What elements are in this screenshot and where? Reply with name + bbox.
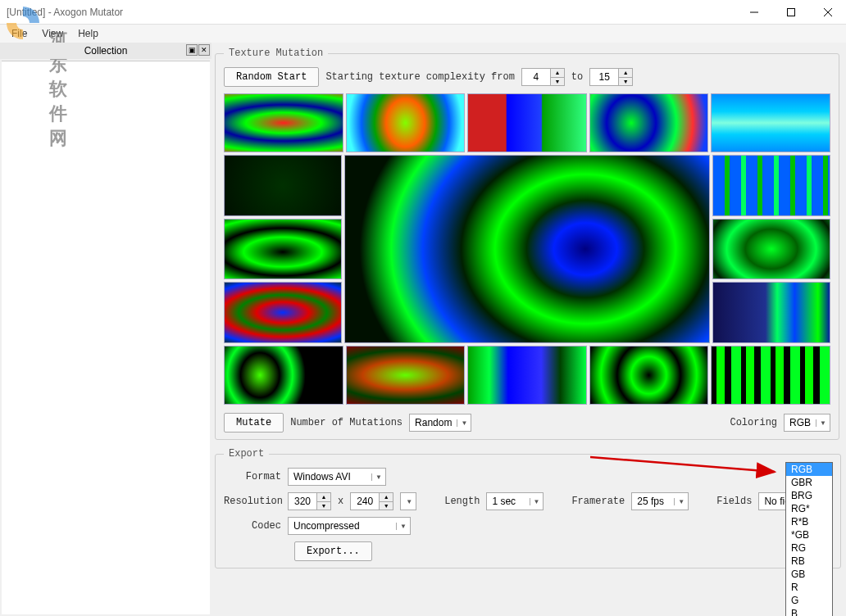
spin-up[interactable]: ▲ — [619, 69, 632, 78]
dock-button[interactable]: ▣ — [186, 44, 198, 56]
texture-thumb[interactable] — [589, 346, 709, 405]
texture-thumb[interactable] — [224, 282, 342, 343]
coloring-option[interactable]: RG — [786, 541, 832, 555]
coloring-option[interactable]: RB — [786, 555, 832, 568]
complexity-to-label: to — [571, 71, 583, 83]
num-mutations-select[interactable]: Random▼ — [409, 414, 471, 432]
texture-thumb[interactable] — [224, 219, 342, 280]
collection-title: Collection — [84, 45, 128, 57]
menubar: File View Help — [0, 25, 846, 43]
res-h-input[interactable] — [351, 493, 379, 510]
texture-thumb[interactable] — [346, 346, 466, 405]
texture-thumb[interactable] — [711, 346, 830, 405]
coloring-option[interactable]: BRG — [786, 489, 832, 502]
texture-thumb[interactable] — [712, 155, 830, 216]
format-select[interactable]: Windows AVI▼ — [288, 468, 386, 486]
window-title: [Untitled] - Axogon Mutator — [7, 7, 123, 18]
texture-thumb[interactable] — [467, 93, 587, 152]
texture-thumb[interactable] — [589, 93, 709, 152]
codec-value: Uncompressed — [293, 520, 360, 532]
coloring-option[interactable]: GBR — [786, 476, 832, 489]
menu-view[interactable]: View — [35, 26, 70, 41]
complexity-to-input[interactable] — [590, 69, 618, 85]
spin-down[interactable]: ▼ — [619, 78, 632, 86]
res-w-spinner[interactable]: ▲▼ — [288, 492, 331, 510]
coloring-option[interactable]: RG* — [786, 502, 832, 515]
coloring-select[interactable]: RGB▼ — [784, 414, 830, 432]
maximize-button[interactable] — [772, 0, 809, 24]
grid-left — [224, 155, 342, 343]
coloring-option[interactable]: *GB — [786, 528, 832, 541]
titlebar: [Untitled] - Axogon Mutator — [0, 0, 846, 25]
texture-grid — [224, 93, 830, 405]
coloring-option[interactable]: R — [786, 581, 832, 594]
res-h-spinner[interactable]: ▲▼ — [350, 492, 393, 510]
chevron-down-icon: ▼ — [816, 419, 826, 427]
framerate-label: Framerate — [571, 496, 625, 507]
spin-down[interactable]: ▼ — [551, 78, 564, 86]
chevron-down-icon: ▼ — [406, 498, 412, 505]
coloring-option[interactable]: GB — [786, 568, 832, 581]
random-start-button[interactable]: Random Start — [224, 67, 319, 87]
texture-thumb[interactable] — [224, 346, 343, 405]
main-panel: Texture Mutation Random Start Starting t… — [212, 43, 846, 616]
window-buttons — [735, 0, 846, 24]
sidebar: Collection ▣ ✕ — [0, 43, 212, 616]
menu-file[interactable]: File — [5, 26, 34, 41]
texture-legend: Texture Mutation — [224, 48, 328, 59]
texture-thumb[interactable] — [711, 93, 830, 152]
minimize-button[interactable] — [735, 0, 772, 24]
spin-down[interactable]: ▼ — [317, 502, 330, 510]
chevron-down-icon: ▼ — [674, 498, 685, 505]
collection-body[interactable] — [2, 61, 210, 614]
texture-thumb[interactable] — [712, 282, 830, 343]
texture-center[interactable] — [344, 155, 710, 343]
res-x-label: x — [338, 496, 343, 507]
texture-thumb[interactable] — [224, 155, 342, 216]
chevron-down-icon: ▼ — [530, 498, 540, 505]
spin-down[interactable]: ▼ — [380, 502, 393, 510]
export-group: Export Format Windows AVI▼ Resolution ▲▼… — [215, 448, 841, 568]
workspace: Collection ▣ ✕ Texture Mutation Random S… — [0, 43, 846, 616]
coloring-option[interactable]: B — [786, 607, 832, 616]
grid-row-bot — [224, 346, 830, 405]
texture-thumb[interactable] — [467, 346, 587, 405]
chevron-down-icon: ▼ — [396, 523, 407, 530]
texture-thumb[interactable] — [712, 219, 830, 280]
spin-up[interactable]: ▲ — [317, 493, 330, 502]
res-preset-select[interactable]: ▼ — [400, 492, 416, 510]
complexity-from-spinner[interactable]: ▲▼ — [521, 68, 565, 86]
coloring-label: Coloring — [730, 417, 777, 428]
texture-thumb[interactable] — [346, 93, 466, 152]
grid-right — [712, 155, 830, 343]
coloring-dropdown[interactable]: RGBGBRBRGRG*R*B*GBRGRBGBRGBMono — [785, 462, 833, 616]
export-button[interactable]: Export... — [294, 541, 372, 561]
spin-up[interactable]: ▲ — [380, 493, 393, 502]
codec-select[interactable]: Uncompressed▼ — [288, 517, 411, 535]
texture-thumb[interactable] — [224, 93, 343, 152]
length-label: Length — [444, 496, 480, 507]
coloring-option[interactable]: RGB — [786, 463, 832, 476]
framerate-select[interactable]: 25 fps▼ — [631, 492, 689, 510]
spin-up[interactable]: ▲ — [551, 69, 564, 78]
length-value: 1 sec — [492, 496, 516, 507]
format-value: Windows AVI — [293, 471, 351, 482]
resolution-label: Resolution — [224, 496, 281, 507]
complexity-from-label: Starting texture complexity from — [325, 71, 514, 83]
format-label: Format — [224, 471, 281, 482]
export-legend: Export — [224, 448, 269, 460]
mutate-button[interactable]: Mutate — [224, 413, 284, 433]
coloring-option[interactable]: G — [786, 594, 832, 607]
framerate-value: 25 fps — [637, 496, 664, 507]
close-button[interactable] — [809, 0, 846, 24]
complexity-to-spinner[interactable]: ▲▼ — [589, 68, 633, 86]
length-select[interactable]: 1 sec▼ — [486, 492, 544, 510]
panel-close-button[interactable]: ✕ — [198, 44, 210, 56]
complexity-from-input[interactable] — [522, 69, 550, 85]
res-w-input[interactable] — [289, 493, 316, 510]
texture-mutation-group: Texture Mutation Random Start Starting t… — [215, 48, 839, 440]
num-mutations-label: Number of Mutations — [290, 417, 403, 428]
svg-rect-1 — [787, 8, 794, 16]
coloring-option[interactable]: R*B — [786, 515, 832, 528]
menu-help[interactable]: Help — [71, 26, 105, 41]
